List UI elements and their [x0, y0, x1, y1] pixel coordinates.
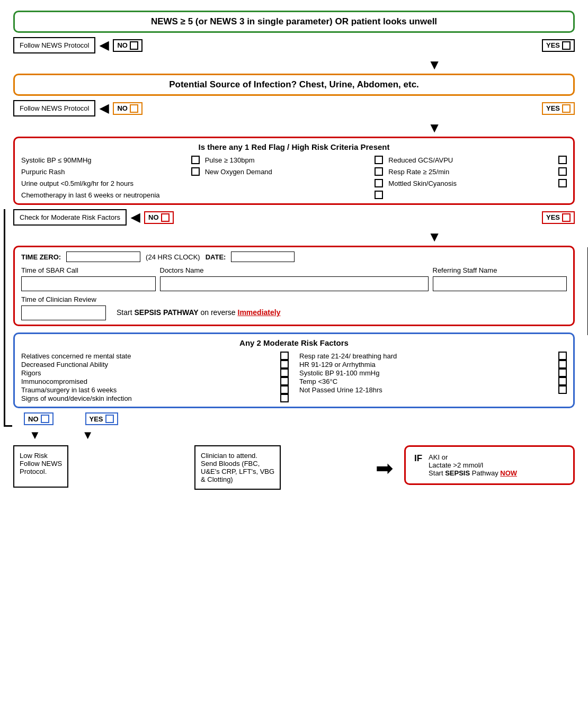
arrow-down-no4: ▼ — [29, 429, 41, 441]
no-checkbox-3[interactable] — [161, 213, 170, 222]
aki-line: AKI or — [429, 453, 517, 461]
arrow-down-1: ▼ — [427, 58, 441, 71]
cb-o2[interactable] — [375, 167, 383, 176]
criteria-pulse: Pulse ≥ 130bpm — [205, 156, 384, 164]
mod-hr: HR 91-129 or Arrhythmia — [299, 360, 567, 369]
criteria-mottled: Mottled Skin/Cyanosis — [388, 179, 567, 187]
no-label-3[interactable]: NO — [144, 211, 174, 224]
yes-label-4[interactable]: YES — [85, 412, 118, 425]
mod-systolic91: Systolic BP 91-100 mmHg — [299, 369, 567, 377]
doctor-label: Doctors Name — [160, 266, 429, 274]
criteria-gcs: Reduced GCS/AVPU — [388, 156, 567, 164]
criteria-chemo: Chemotherapy in last 6 weeks or neutrope… — [21, 191, 383, 199]
cb-temp[interactable] — [558, 377, 567, 385]
criteria-o2: New Oxygen Demand — [205, 167, 384, 176]
cb-rigors[interactable] — [280, 369, 289, 377]
criteria-resp: Resp Rate ≥ 25/min — [388, 167, 567, 176]
cb-chemo[interactable] — [375, 191, 383, 199]
cb-resp[interactable] — [558, 167, 567, 176]
cb-systolic[interactable] — [191, 156, 200, 164]
mod-functional: Decreased Functional Ability — [21, 360, 289, 369]
criteria-urine: Urine output <0.5ml/kg/hr for 2 hours — [21, 179, 383, 187]
mod-immuno: Immunocompromised — [21, 377, 289, 385]
yes-label-3[interactable]: YES — [542, 211, 575, 224]
arrow-right-big: ➡ — [376, 445, 394, 480]
start-sepsis-line: Start SEPSIS Pathway NOW — [429, 469, 517, 477]
no-label-4[interactable]: NO — [24, 412, 54, 425]
mod-relatives: Relatives concerned re mental state — [21, 352, 289, 360]
clinician-attend-text: Clinician to attend.Send Bloods (FBC,U&E… — [201, 452, 274, 483]
header-box: NEWS ≥ 5 (or NEWS 3 in single parameter)… — [13, 11, 575, 33]
arrow-down-yes4: ▼ — [73, 429, 94, 441]
time-zero-row: TIME ZERO: (24 HRS CLOCK) DATE: — [21, 251, 567, 262]
no-checkbox-1[interactable] — [130, 41, 138, 50]
no-label-2[interactable]: NO — [113, 102, 142, 115]
staff-inputs-row — [21, 276, 567, 291]
clinician-col: Clinician to attend.Send Bloods (FBC,U&E… — [194, 445, 365, 490]
if-label: IF — [414, 453, 422, 477]
cb-resp21[interactable] — [558, 352, 567, 360]
header-title: NEWS ≥ 5 (or NEWS 3 in single parameter)… — [151, 16, 437, 26]
moderate-box: Any 2 Moderate Risk Factors Relatives co… — [13, 332, 575, 408]
mod-temp: Temp <36°C — [299, 377, 567, 385]
criteria-purpuric: Purpuric Rash — [21, 167, 200, 176]
time-zero-box: TIME ZERO: (24 HRS CLOCK) DATE: Time of … — [13, 246, 575, 326]
mod-rigors: Rigors — [21, 369, 289, 377]
cb-functional[interactable] — [280, 360, 289, 369]
yes-checkbox-2[interactable] — [562, 104, 571, 113]
date-label: DATE: — [206, 253, 226, 261]
arrow-left-3: ◀ — [131, 212, 140, 223]
cb-trauma[interactable] — [280, 385, 289, 394]
bottom-section: Low RiskFollow NEWSProtocol. Clinician t… — [13, 445, 575, 490]
mod-wound: Signs of wound/device/skin infection — [21, 394, 289, 402]
yes-checkbox-4[interactable] — [105, 415, 114, 423]
cb-purpuric[interactable] — [191, 167, 200, 176]
cb-mottled[interactable] — [558, 179, 567, 187]
follow-news-1: Follow NEWS Protocol — [13, 37, 95, 53]
moderate-title: Any 2 Moderate Risk Factors — [21, 338, 567, 347]
no-checkbox-2[interactable] — [130, 104, 138, 113]
infection-title: Potential Source of Infection? Chest, Ur… — [169, 79, 419, 89]
yes-checkbox-1[interactable] — [562, 41, 571, 50]
check-moderate-box: Check for Moderate Risk Factors — [13, 209, 127, 226]
yes-label-2[interactable]: YES — [542, 102, 575, 115]
if-aki-box: IF AKI or Lactate >2 mmol/l Start SEPSIS… — [404, 445, 575, 485]
staff-labels-row: Time of SBAR Call Doctors Name Referring… — [21, 266, 567, 274]
arrow-left-2: ◀ — [100, 103, 109, 114]
red-flag-title: Is there any 1 Red Flag / High Risk Crit… — [21, 142, 567, 151]
moderate-grid: Relatives concerned re mental state Decr… — [21, 352, 567, 402]
arrow-down-2: ▼ — [427, 121, 441, 134]
cb-pulse[interactable] — [375, 156, 383, 164]
sepsis-pathway-text: Start SEPSIS PATHWAY on reverse Immediat… — [117, 295, 280, 317]
lactate-line: Lactate >2 mmol/l — [429, 461, 517, 469]
flowchart: NEWS ≥ 5 (or NEWS 3 in single parameter)… — [13, 11, 575, 490]
low-risk-box: Low RiskFollow NEWSProtocol. — [13, 445, 68, 488]
referring-label: Referring Staff Name — [433, 266, 567, 274]
criteria-systolic: Systolic BP ≤ 90MMHg — [21, 156, 200, 164]
sbar-input[interactable] — [21, 276, 156, 291]
cb-gcs[interactable] — [558, 156, 567, 164]
cb-urine12[interactable] — [558, 385, 567, 394]
referring-input[interactable] — [433, 276, 567, 291]
date-input[interactable] — [231, 251, 295, 262]
cb-immuno[interactable] — [280, 377, 289, 385]
cb-wound[interactable] — [280, 394, 289, 402]
no-label-1[interactable]: NO — [113, 39, 142, 52]
low-risk-col: Low RiskFollow NEWSProtocol. — [13, 445, 184, 488]
follow-news-2: Follow NEWS Protocol — [13, 100, 95, 116]
mod-trauma: Trauma/surgery in last 6 weeks — [21, 385, 289, 394]
low-risk-text: Low RiskFollow NEWSProtocol. — [20, 452, 62, 475]
doctor-input[interactable] — [160, 276, 429, 291]
yes-checkbox-3[interactable] — [562, 213, 571, 222]
cb-relatives[interactable] — [280, 352, 289, 360]
mod-resp21: Resp rate 21-24/ breathing hard — [299, 352, 567, 360]
time-zero-input[interactable] — [66, 251, 140, 262]
cb-systolic91[interactable] — [558, 369, 567, 377]
infection-box: Potential Source of Infection? Chest, Ur… — [13, 74, 575, 96]
clock-label: (24 HRS CLOCK) — [146, 253, 200, 261]
cb-urine[interactable] — [375, 179, 383, 187]
cb-hr[interactable] — [558, 360, 567, 369]
yes-label-1[interactable]: YES — [542, 39, 575, 52]
no-checkbox-4[interactable] — [41, 415, 49, 423]
clinician-input[interactable] — [21, 305, 106, 320]
